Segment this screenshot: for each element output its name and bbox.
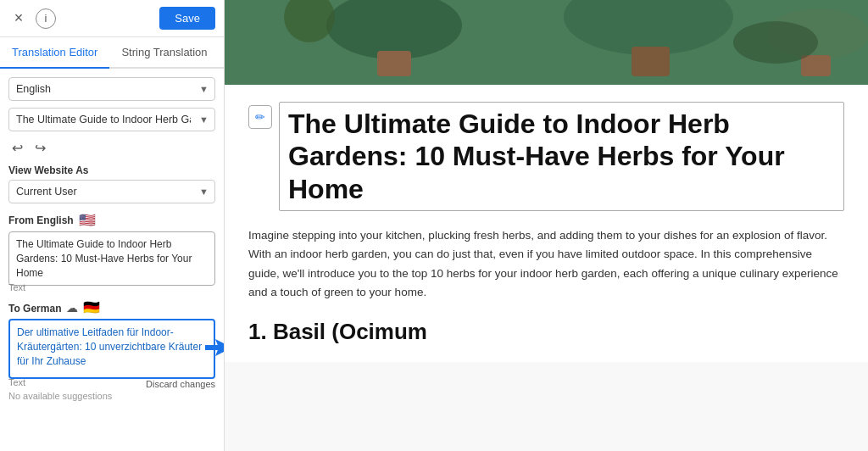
english-flag: 🇺🇸	[79, 212, 96, 228]
view-as-select-wrapper: Current User ▼	[8, 180, 215, 203]
title-container: ✏ The Ultimate Guide to Indoor Herb Gard…	[248, 102, 844, 211]
pencil-icon: ✏	[255, 110, 265, 124]
edit-title-button[interactable]: ✏	[248, 105, 272, 129]
tab-bar: Translation Editor String Translation	[0, 37, 224, 69]
source-field-type: Text	[8, 282, 215, 292]
from-english-section: From English 🇺🇸 The Ultimate Guide to In…	[8, 210, 215, 292]
target-text-box	[8, 319, 215, 379]
right-panel: ✏ The Ultimate Guide to Indoor Herb Gard…	[225, 0, 868, 451]
left-panel: × i Save Translation Editor String Trans…	[0, 0, 225, 451]
undo-button[interactable]: ↩	[8, 138, 26, 158]
article-body: ✏ The Ultimate Guide to Indoor Herb Gard…	[225, 85, 868, 362]
info-icon: i	[45, 12, 47, 25]
string-select[interactable]: The Ultimate Guide to Indoor Herb Garden…	[8, 108, 215, 131]
language-select-wrapper: English ▼	[8, 77, 215, 101]
article-title: The Ultimate Guide to Indoor Herb Garden…	[279, 102, 844, 211]
target-text-input[interactable]	[17, 326, 207, 368]
no-suggestions-text: No available suggestions	[8, 391, 215, 401]
language-select[interactable]: English	[8, 77, 215, 101]
view-website-as-section: View Website As Current User ▼	[8, 164, 215, 203]
article-section-1-title: 1. Basil (Ocimum	[248, 319, 844, 345]
discard-changes-button[interactable]: Discard changes	[146, 379, 215, 389]
close-icon: ×	[14, 9, 24, 27]
blue-arrow	[205, 337, 224, 361]
german-flag: 🇩🇪	[83, 299, 100, 315]
to-german-section: To German ☁ 🇩🇪 Text Discard change	[8, 299, 215, 401]
close-button[interactable]: ×	[8, 8, 29, 29]
view-website-label: View Website As	[8, 164, 215, 176]
target-actions: Text Discard changes	[8, 379, 215, 389]
to-german-label: To German	[8, 303, 61, 315]
undo-redo-bar: ↩ ↪	[8, 138, 215, 158]
svg-rect-6	[377, 51, 411, 76]
tab-string-translation[interactable]: String Translation	[109, 37, 219, 69]
from-english-label: From English 🇺🇸	[8, 212, 215, 228]
view-as-select[interactable]: Current User	[8, 180, 215, 203]
svg-point-9	[733, 21, 818, 64]
svg-rect-8	[801, 55, 831, 76]
article-intro: Imagine stepping into your kitchen, pluc…	[248, 226, 844, 302]
to-german-header: To German ☁ 🇩🇪	[8, 299, 215, 315]
source-text-box: The Ultimate Guide to Indoor Herb Garden…	[8, 231, 215, 286]
info-button[interactable]: i	[36, 8, 56, 29]
save-button[interactable]: Save	[159, 7, 215, 30]
svg-rect-7	[632, 47, 670, 76]
tab-translation-editor[interactable]: Translation Editor	[0, 37, 109, 69]
string-select-wrapper: The Ultimate Guide to Indoor Herb Garden…	[8, 108, 215, 131]
svg-rect-1	[205, 345, 219, 350]
top-bar: × i Save	[0, 0, 224, 37]
redo-button[interactable]: ↪	[31, 138, 49, 158]
article-hero-image	[225, 0, 868, 85]
panel-content: English ▼ The Ultimate Guide to Indoor H…	[0, 69, 224, 451]
ai-suggestions-icon[interactable]: ☁	[66, 301, 78, 315]
